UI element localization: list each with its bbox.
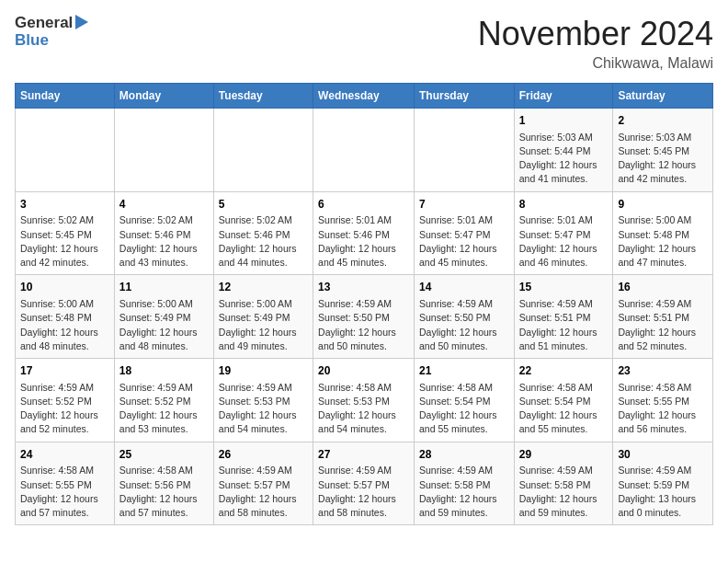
day-number: 2 (618, 113, 708, 129)
calendar-cell: 6Sunrise: 5:01 AM Sunset: 5:46 PM Daylig… (313, 191, 415, 275)
column-header-monday: Monday (114, 84, 213, 109)
calendar-week-4: 17Sunrise: 4:59 AM Sunset: 5:52 PM Dayli… (16, 359, 713, 442)
calendar-cell: 20Sunrise: 4:58 AM Sunset: 5:53 PM Dayli… (313, 359, 415, 442)
calendar-cell: 21Sunrise: 4:58 AM Sunset: 5:54 PM Dayli… (414, 359, 514, 442)
calendar-cell: 22Sunrise: 4:58 AM Sunset: 5:54 PM Dayli… (514, 359, 613, 442)
day-number: 16 (618, 280, 708, 295)
calendar-cell: 9Sunrise: 5:00 AM Sunset: 5:48 PM Daylig… (613, 191, 713, 275)
column-header-saturday: Saturday (613, 84, 713, 109)
logo-arrow-icon (75, 15, 88, 29)
calendar-week-1: 1Sunrise: 5:03 AM Sunset: 5:44 PM Daylig… (16, 109, 713, 192)
calendar-cell (16, 109, 115, 192)
day-number: 25 (119, 447, 209, 463)
day-number: 12 (219, 280, 308, 295)
calendar-cell (313, 109, 415, 192)
day-number: 30 (618, 447, 708, 463)
logo-blue-text: Blue (15, 32, 88, 50)
header-right: November 2024 Chikwawa, Malawi (478, 15, 713, 72)
day-info: Sunrise: 5:03 AM Sunset: 5:45 PM Dayligh… (618, 131, 708, 187)
calendar-cell: 8Sunrise: 5:01 AM Sunset: 5:47 PM Daylig… (514, 191, 613, 275)
day-number: 10 (20, 280, 109, 295)
day-info: Sunrise: 4:59 AM Sunset: 5:57 PM Dayligh… (219, 464, 308, 520)
calendar-cell: 29Sunrise: 4:59 AM Sunset: 5:58 PM Dayli… (514, 442, 613, 525)
day-number: 29 (519, 447, 609, 463)
day-number: 1 (519, 113, 609, 129)
day-number: 4 (119, 197, 209, 213)
day-info: Sunrise: 4:59 AM Sunset: 5:50 PM Dayligh… (419, 297, 509, 353)
calendar-cell: 24Sunrise: 4:58 AM Sunset: 5:55 PM Dayli… (16, 442, 115, 525)
calendar-cell: 23Sunrise: 4:58 AM Sunset: 5:55 PM Dayli… (613, 359, 713, 442)
calendar-cell: 17Sunrise: 4:59 AM Sunset: 5:52 PM Dayli… (16, 359, 115, 442)
day-info: Sunrise: 5:01 AM Sunset: 5:47 PM Dayligh… (419, 213, 509, 270)
day-number: 14 (419, 280, 509, 295)
day-number: 6 (318, 197, 409, 213)
calendar-cell: 2Sunrise: 5:03 AM Sunset: 5:45 PM Daylig… (613, 109, 713, 192)
calendar-cell (114, 109, 213, 192)
day-number: 5 (219, 197, 308, 213)
calendar-cell: 11Sunrise: 5:00 AM Sunset: 5:49 PM Dayli… (114, 275, 213, 359)
day-info: Sunrise: 4:59 AM Sunset: 5:52 PM Dayligh… (20, 381, 109, 437)
calendar-body: 1Sunrise: 5:03 AM Sunset: 5:44 PM Daylig… (16, 109, 713, 525)
calendar-cell (213, 109, 313, 192)
day-number: 13 (318, 280, 409, 295)
day-info: Sunrise: 4:59 AM Sunset: 5:53 PM Dayligh… (219, 381, 308, 437)
day-info: Sunrise: 4:58 AM Sunset: 5:54 PM Dayligh… (519, 381, 609, 437)
day-number: 23 (618, 363, 708, 379)
column-header-friday: Friday (514, 84, 613, 109)
day-number: 8 (519, 197, 609, 213)
day-info: Sunrise: 4:59 AM Sunset: 5:58 PM Dayligh… (519, 464, 609, 520)
day-number: 7 (419, 197, 509, 213)
day-info: Sunrise: 5:00 AM Sunset: 5:49 PM Dayligh… (219, 297, 308, 353)
location: Chikwawa, Malawi (478, 55, 713, 72)
day-number: 3 (20, 197, 109, 213)
day-number: 18 (119, 363, 209, 379)
page-header: General Blue November 2024 Chikwawa, Mal… (15, 15, 713, 72)
calendar-week-2: 3Sunrise: 5:02 AM Sunset: 5:45 PM Daylig… (16, 191, 713, 275)
calendar-cell: 14Sunrise: 4:59 AM Sunset: 5:50 PM Dayli… (414, 275, 514, 359)
calendar-cell: 18Sunrise: 4:59 AM Sunset: 5:52 PM Dayli… (114, 359, 213, 442)
day-number: 9 (618, 197, 708, 213)
calendar-week-5: 24Sunrise: 4:58 AM Sunset: 5:55 PM Dayli… (16, 442, 713, 525)
day-info: Sunrise: 4:59 AM Sunset: 5:52 PM Dayligh… (119, 381, 209, 437)
month-title: November 2024 (478, 15, 713, 53)
day-info: Sunrise: 5:02 AM Sunset: 5:45 PM Dayligh… (20, 213, 109, 270)
day-number: 20 (318, 363, 409, 379)
day-number: 11 (119, 280, 209, 295)
day-info: Sunrise: 4:59 AM Sunset: 5:58 PM Dayligh… (419, 464, 509, 520)
calendar-cell: 7Sunrise: 5:01 AM Sunset: 5:47 PM Daylig… (414, 191, 514, 275)
day-info: Sunrise: 4:59 AM Sunset: 5:59 PM Dayligh… (618, 464, 708, 520)
day-info: Sunrise: 4:59 AM Sunset: 5:50 PM Dayligh… (318, 297, 409, 353)
day-number: 26 (219, 447, 308, 463)
calendar-cell: 10Sunrise: 5:00 AM Sunset: 5:48 PM Dayli… (16, 275, 115, 359)
day-info: Sunrise: 4:58 AM Sunset: 5:56 PM Dayligh… (119, 464, 209, 520)
calendar-cell: 26Sunrise: 4:59 AM Sunset: 5:57 PM Dayli… (213, 442, 313, 525)
day-info: Sunrise: 5:02 AM Sunset: 5:46 PM Dayligh… (119, 213, 209, 270)
day-info: Sunrise: 4:58 AM Sunset: 5:54 PM Dayligh… (419, 381, 509, 437)
calendar-cell: 25Sunrise: 4:58 AM Sunset: 5:56 PM Dayli… (114, 442, 213, 525)
day-info: Sunrise: 4:59 AM Sunset: 5:57 PM Dayligh… (318, 464, 409, 520)
header-row: SundayMondayTuesdayWednesdayThursdayFrid… (16, 84, 713, 109)
calendar-cell: 19Sunrise: 4:59 AM Sunset: 5:53 PM Dayli… (213, 359, 313, 442)
column-header-thursday: Thursday (414, 84, 514, 109)
calendar-cell: 16Sunrise: 4:59 AM Sunset: 5:51 PM Dayli… (613, 275, 713, 359)
day-number: 15 (519, 280, 609, 295)
calendar-cell: 5Sunrise: 5:02 AM Sunset: 5:46 PM Daylig… (213, 191, 313, 275)
calendar-cell: 27Sunrise: 4:59 AM Sunset: 5:57 PM Dayli… (313, 442, 415, 525)
calendar-cell: 3Sunrise: 5:02 AM Sunset: 5:45 PM Daylig… (16, 191, 115, 275)
day-info: Sunrise: 4:58 AM Sunset: 5:55 PM Dayligh… (618, 381, 708, 437)
day-info: Sunrise: 5:00 AM Sunset: 5:48 PM Dayligh… (20, 297, 109, 353)
day-number: 22 (519, 363, 609, 379)
calendar-cell: 4Sunrise: 5:02 AM Sunset: 5:46 PM Daylig… (114, 191, 213, 275)
column-header-wednesday: Wednesday (313, 84, 415, 109)
calendar-table: SundayMondayTuesdayWednesdayThursdayFrid… (15, 83, 713, 525)
day-info: Sunrise: 5:02 AM Sunset: 5:46 PM Dayligh… (219, 213, 308, 270)
day-info: Sunrise: 5:00 AM Sunset: 5:48 PM Dayligh… (618, 213, 708, 270)
calendar-cell: 12Sunrise: 5:00 AM Sunset: 5:49 PM Dayli… (213, 275, 313, 359)
day-number: 19 (219, 363, 308, 379)
calendar-cell: 13Sunrise: 4:59 AM Sunset: 5:50 PM Dayli… (313, 275, 415, 359)
day-number: 27 (318, 447, 409, 463)
day-info: Sunrise: 5:03 AM Sunset: 5:44 PM Dayligh… (519, 131, 609, 187)
day-info: Sunrise: 4:59 AM Sunset: 5:51 PM Dayligh… (618, 297, 708, 353)
calendar-cell: 1Sunrise: 5:03 AM Sunset: 5:44 PM Daylig… (514, 109, 613, 192)
logo-general-text: General (15, 15, 73, 32)
